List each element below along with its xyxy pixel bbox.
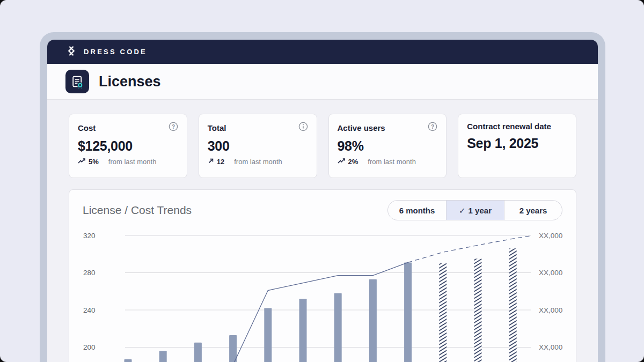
app-window: DRESS CODE Licenses	[47, 40, 598, 362]
range-button-1-year[interactable]: ✓1 year	[446, 201, 504, 220]
card-value: Sep 1, 2025	[467, 136, 567, 151]
licenses-icon	[65, 70, 89, 93]
svg-text:XX,000: XX,000	[539, 306, 562, 314]
stat-card-contract-renewal: Contract renewal date Sep 1, 2025	[458, 114, 576, 178]
card-label: Contract renewal date	[467, 122, 551, 131]
trend-chart-svg: 320XX,000280XX,000240XX,000200XX,000	[69, 230, 574, 362]
card-value: 300	[208, 138, 308, 154]
help-circle-icon[interactable]: ?	[428, 122, 437, 134]
svg-text:XX,000: XX,000	[539, 343, 562, 351]
svg-text:240: 240	[83, 306, 96, 314]
svg-text:XX,000: XX,000	[539, 232, 562, 240]
svg-text:?: ?	[431, 124, 434, 130]
page-title-bar: Licenses	[47, 64, 598, 100]
svg-text:280: 280	[83, 269, 96, 277]
stat-card-total: Total 300	[199, 114, 317, 178]
svg-text:200: 200	[83, 343, 96, 351]
trend-value: 2%	[348, 158, 358, 166]
card-label: Cost	[78, 123, 96, 132]
check-icon: ✓	[459, 206, 466, 215]
brand-logo-icon	[65, 45, 77, 59]
main-content: Cost ? $125,000	[47, 100, 598, 362]
arrow-up-right-icon	[208, 158, 214, 166]
range-button-6-months[interactable]: 6 months	[388, 201, 446, 220]
brand-name: DRESS CODE	[84, 48, 147, 56]
svg-text:XX,000: XX,000	[539, 269, 562, 277]
range-button-2-years[interactable]: 2 years	[504, 201, 562, 220]
page-title: Licenses	[99, 73, 161, 90]
card-label: Total	[208, 123, 226, 132]
trend-caption: from last month	[368, 158, 416, 166]
trend-caption: from last month	[108, 158, 157, 166]
screenshot-page: DRESS CODE Licenses	[0, 0, 644, 362]
range-toggle-group: 6 months ✓1 year 2 years	[387, 200, 562, 220]
svg-text:320: 320	[83, 232, 96, 240]
svg-text:?: ?	[172, 124, 175, 130]
trends-chart-card: License / Cost Trends 6 months ✓1 year 2…	[69, 189, 576, 362]
top-nav-bar: DRESS CODE	[47, 40, 598, 64]
chart-title: License / Cost Trends	[83, 204, 192, 217]
trend-caption: from last month	[234, 158, 282, 166]
browser-frame: DRESS CODE Licenses	[40, 32, 605, 362]
trend-value: 12	[217, 158, 224, 166]
info-circle-icon[interactable]	[298, 122, 308, 134]
trend-value: 5%	[89, 158, 99, 166]
stat-card-cost: Cost ? $125,000	[69, 114, 187, 178]
card-value: 98%	[338, 138, 438, 154]
card-label: Active users	[338, 123, 385, 132]
trending-up-icon	[78, 158, 86, 166]
card-value: $125,000	[78, 138, 178, 154]
trending-up-icon	[338, 158, 346, 166]
help-circle-icon[interactable]: ?	[169, 122, 178, 134]
stat-cards-row: Cost ? $125,000	[69, 114, 576, 178]
stat-card-active-users: Active users ? 98%	[328, 114, 447, 178]
